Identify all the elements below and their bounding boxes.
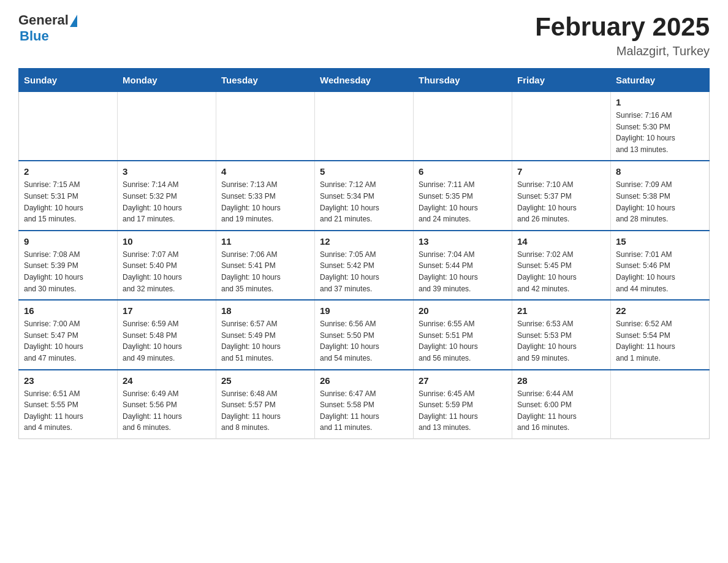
day-number: 1	[616, 97, 704, 107]
calendar-cell	[512, 92, 611, 161]
day-info: Sunrise: 6:51 AMSunset: 5:55 PMDaylight:…	[24, 388, 112, 434]
day-info: Sunrise: 6:48 AMSunset: 5:57 PMDaylight:…	[221, 388, 309, 434]
weekday-header-friday: Friday	[512, 69, 611, 92]
logo: General Blue	[18, 12, 77, 44]
calendar-cell: 21Sunrise: 6:53 AMSunset: 5:53 PMDayligh…	[512, 300, 611, 369]
day-info: Sunrise: 7:15 AMSunset: 5:31 PMDaylight:…	[24, 179, 112, 224]
day-info: Sunrise: 7:10 AMSunset: 5:37 PMDaylight:…	[517, 179, 605, 224]
calendar-cell: 10Sunrise: 7:07 AMSunset: 5:40 PMDayligh…	[118, 231, 216, 300]
calendar-cell: 3Sunrise: 7:14 AMSunset: 5:32 PMDaylight…	[118, 161, 216, 230]
weekday-header-row: SundayMondayTuesdayWednesdayThursdayFrid…	[19, 69, 710, 92]
day-info: Sunrise: 6:59 AMSunset: 5:48 PMDaylight:…	[123, 318, 211, 364]
day-info: Sunrise: 7:16 AMSunset: 5:30 PMDaylight:…	[616, 110, 704, 155]
calendar-cell	[216, 92, 315, 161]
calendar-cell: 13Sunrise: 7:04 AMSunset: 5:44 PMDayligh…	[414, 231, 512, 300]
logo-triangle-icon	[70, 15, 77, 27]
day-number: 13	[419, 236, 507, 247]
day-number: 18	[221, 305, 309, 316]
day-number: 12	[320, 236, 408, 247]
calendar-cell: 7Sunrise: 7:10 AMSunset: 5:37 PMDaylight…	[512, 161, 611, 230]
calendar-cell: 25Sunrise: 6:48 AMSunset: 5:57 PMDayligh…	[216, 370, 315, 439]
calendar-week-row: 2Sunrise: 7:15 AMSunset: 5:31 PMDaylight…	[19, 161, 710, 230]
calendar-cell: 17Sunrise: 6:59 AMSunset: 5:48 PMDayligh…	[118, 300, 216, 369]
calendar-table: SundayMondayTuesdayWednesdayThursdayFrid…	[18, 68, 710, 439]
calendar-cell: 18Sunrise: 6:57 AMSunset: 5:49 PMDayligh…	[216, 300, 315, 369]
day-info: Sunrise: 6:52 AMSunset: 5:54 PMDaylight:…	[616, 318, 704, 364]
calendar-cell	[611, 370, 710, 439]
calendar-cell: 6Sunrise: 7:11 AMSunset: 5:35 PMDaylight…	[414, 161, 512, 230]
calendar-cell: 26Sunrise: 6:47 AMSunset: 5:58 PMDayligh…	[315, 370, 414, 439]
calendar-week-row: 1Sunrise: 7:16 AMSunset: 5:30 PMDaylight…	[19, 92, 710, 161]
calendar-cell: 19Sunrise: 6:56 AMSunset: 5:50 PMDayligh…	[315, 300, 414, 369]
day-info: Sunrise: 7:14 AMSunset: 5:32 PMDaylight:…	[123, 179, 211, 224]
calendar-cell	[19, 92, 118, 161]
calendar-cell: 4Sunrise: 7:13 AMSunset: 5:33 PMDaylight…	[216, 161, 315, 230]
day-info: Sunrise: 7:05 AMSunset: 5:42 PMDaylight:…	[320, 249, 408, 294]
logo-blue-text: Blue	[20, 28, 49, 44]
page-header: General Blue February 2025 Malazgirt, Tu…	[18, 12, 710, 58]
calendar-week-row: 9Sunrise: 7:08 AMSunset: 5:39 PMDaylight…	[19, 231, 710, 300]
page-subtitle: Malazgirt, Turkey	[535, 44, 710, 58]
day-number: 27	[419, 375, 507, 386]
day-number: 3	[123, 166, 211, 177]
calendar-cell: 5Sunrise: 7:12 AMSunset: 5:34 PMDaylight…	[315, 161, 414, 230]
calendar-cell	[315, 92, 414, 161]
calendar-week-row: 16Sunrise: 7:00 AMSunset: 5:47 PMDayligh…	[19, 300, 710, 369]
calendar-cell: 8Sunrise: 7:09 AMSunset: 5:38 PMDaylight…	[611, 161, 710, 230]
day-number: 19	[320, 305, 408, 316]
weekday-header-thursday: Thursday	[414, 69, 512, 92]
calendar-cell: 2Sunrise: 7:15 AMSunset: 5:31 PMDaylight…	[19, 161, 118, 230]
day-number: 15	[616, 236, 704, 247]
day-info: Sunrise: 7:04 AMSunset: 5:44 PMDaylight:…	[419, 249, 507, 294]
day-info: Sunrise: 7:00 AMSunset: 5:47 PMDaylight:…	[24, 318, 112, 364]
title-section: February 2025 Malazgirt, Turkey	[535, 12, 710, 58]
day-number: 23	[24, 375, 112, 386]
page-title: February 2025	[535, 12, 710, 42]
logo-general-text: General	[18, 12, 69, 28]
day-number: 25	[221, 375, 309, 386]
day-info: Sunrise: 7:01 AMSunset: 5:46 PMDaylight:…	[616, 249, 704, 294]
day-info: Sunrise: 7:02 AMSunset: 5:45 PMDaylight:…	[517, 249, 605, 294]
calendar-cell: 9Sunrise: 7:08 AMSunset: 5:39 PMDaylight…	[19, 231, 118, 300]
day-info: Sunrise: 6:56 AMSunset: 5:50 PMDaylight:…	[320, 318, 408, 364]
day-info: Sunrise: 7:11 AMSunset: 5:35 PMDaylight:…	[419, 179, 507, 224]
calendar-week-row: 23Sunrise: 6:51 AMSunset: 5:55 PMDayligh…	[19, 370, 710, 439]
day-number: 8	[616, 166, 704, 177]
day-number: 22	[616, 305, 704, 316]
day-number: 16	[24, 305, 112, 316]
calendar-cell: 11Sunrise: 7:06 AMSunset: 5:41 PMDayligh…	[216, 231, 315, 300]
day-info: Sunrise: 7:09 AMSunset: 5:38 PMDaylight:…	[616, 179, 704, 224]
day-number: 9	[24, 236, 112, 247]
day-info: Sunrise: 6:53 AMSunset: 5:53 PMDaylight:…	[517, 318, 605, 364]
day-number: 24	[123, 375, 211, 386]
calendar-cell: 16Sunrise: 7:00 AMSunset: 5:47 PMDayligh…	[19, 300, 118, 369]
day-info: Sunrise: 6:57 AMSunset: 5:49 PMDaylight:…	[221, 318, 309, 364]
day-info: Sunrise: 7:12 AMSunset: 5:34 PMDaylight:…	[320, 179, 408, 224]
weekday-header-monday: Monday	[118, 69, 216, 92]
weekday-header-sunday: Sunday	[19, 69, 118, 92]
day-number: 6	[419, 166, 507, 177]
day-info: Sunrise: 6:45 AMSunset: 5:59 PMDaylight:…	[419, 388, 507, 434]
day-info: Sunrise: 6:55 AMSunset: 5:51 PMDaylight:…	[419, 318, 507, 364]
day-number: 21	[517, 305, 605, 316]
calendar-cell: 14Sunrise: 7:02 AMSunset: 5:45 PMDayligh…	[512, 231, 611, 300]
calendar-cell: 20Sunrise: 6:55 AMSunset: 5:51 PMDayligh…	[414, 300, 512, 369]
calendar-cell: 23Sunrise: 6:51 AMSunset: 5:55 PMDayligh…	[19, 370, 118, 439]
day-info: Sunrise: 6:44 AMSunset: 6:00 PMDaylight:…	[517, 388, 605, 434]
day-number: 11	[221, 236, 309, 247]
day-number: 17	[123, 305, 211, 316]
calendar-cell: 12Sunrise: 7:05 AMSunset: 5:42 PMDayligh…	[315, 231, 414, 300]
day-info: Sunrise: 7:07 AMSunset: 5:40 PMDaylight:…	[123, 249, 211, 294]
calendar-cell: 15Sunrise: 7:01 AMSunset: 5:46 PMDayligh…	[611, 231, 710, 300]
day-number: 14	[517, 236, 605, 247]
calendar-cell	[414, 92, 512, 161]
day-info: Sunrise: 7:08 AMSunset: 5:39 PMDaylight:…	[24, 249, 112, 294]
calendar-body: 1Sunrise: 7:16 AMSunset: 5:30 PMDaylight…	[19, 92, 710, 439]
calendar-cell: 1Sunrise: 7:16 AMSunset: 5:30 PMDaylight…	[611, 92, 710, 161]
day-info: Sunrise: 7:06 AMSunset: 5:41 PMDaylight:…	[221, 249, 309, 294]
day-info: Sunrise: 6:49 AMSunset: 5:56 PMDaylight:…	[123, 388, 211, 434]
day-number: 26	[320, 375, 408, 386]
calendar-cell	[118, 92, 216, 161]
day-info: Sunrise: 6:47 AMSunset: 5:58 PMDaylight:…	[320, 388, 408, 434]
day-info: Sunrise: 7:13 AMSunset: 5:33 PMDaylight:…	[221, 179, 309, 224]
